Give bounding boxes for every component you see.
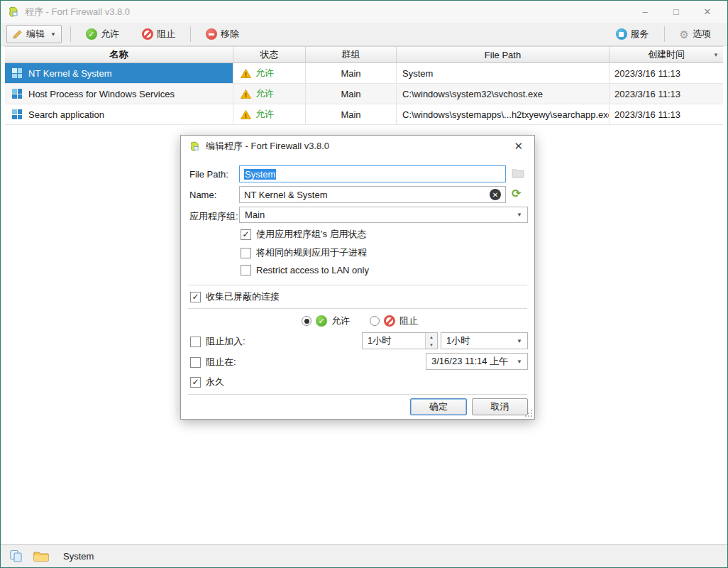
- block-at-datetime-picker[interactable]: 3/16/23 11:14 上午 ▼: [426, 353, 528, 370]
- status-text: 允许: [255, 67, 274, 80]
- edit-button[interactable]: 编辑 ▼: [6, 25, 62, 43]
- close-button[interactable]: ✕: [692, 2, 723, 22]
- ok-button[interactable]: 确定: [410, 398, 467, 415]
- separator: [188, 394, 527, 395]
- table-header: 名称 状态 群组 File Path 创建时间 ▼: [5, 46, 723, 63]
- lan-only-checkbox[interactable]: Restrict access to LAN only: [241, 265, 369, 275]
- block-icon: [142, 28, 153, 40]
- fort-firewall-window: 程序 - Fort Firewall v3.8.0 – □ ✕ 编辑 ▼ ✓ 允…: [0, 0, 728, 568]
- column-header-name[interactable]: 名称: [5, 47, 233, 62]
- windows-app-icon: [12, 68, 22, 78]
- column-header-status[interactable]: 状态: [233, 47, 306, 62]
- remove-label: 移除: [221, 28, 239, 40]
- allow-button[interactable]: ✓ 允许: [79, 26, 126, 43]
- created-cell: 2023/3/16 11:13: [610, 63, 723, 83]
- allow-check-icon: ✓: [316, 315, 327, 327]
- chevron-down-icon: ▼: [517, 338, 522, 344]
- sort-desc-icon: ▼: [713, 52, 719, 58]
- collect-blocked-checkbox[interactable]: ✓ 收集已屏蔽的连接: [190, 290, 280, 303]
- options-button[interactable]: ⚙ 选项: [673, 26, 717, 43]
- block-at-checkbox[interactable]: 阻止在:: [190, 356, 236, 368]
- refresh-icon[interactable]: ⟳: [512, 188, 521, 200]
- spin-down-icon: ▼: [426, 341, 437, 349]
- block-button[interactable]: 阻止: [136, 26, 182, 43]
- browse-folder-button[interactable]: [509, 165, 526, 181]
- folder-icon[interactable]: [33, 550, 49, 562]
- forever-checkbox[interactable]: ✓ 永久: [190, 376, 224, 388]
- checkbox-checked: ✓: [190, 292, 201, 302]
- spinner-arrows[interactable]: ▲▼: [425, 333, 437, 349]
- edit-label: 编辑: [26, 28, 45, 40]
- separator: [188, 285, 527, 285]
- table-row[interactable]: NT Kernel & System ! 允许 Main System 2023…: [5, 63, 723, 84]
- clear-icon[interactable]: ✕: [490, 189, 501, 200]
- warning-icon: !: [241, 110, 251, 119]
- allow-check-icon: ✓: [86, 28, 97, 40]
- file-path-label: File Path:: [189, 169, 228, 180]
- svg-text:!: !: [245, 71, 247, 78]
- windows-app-icon: [12, 89, 22, 99]
- child-process-checkbox[interactable]: 将相同的规则应用于子进程: [241, 246, 367, 259]
- toolbar-separator: [70, 26, 71, 42]
- cancel-button[interactable]: 取消: [472, 398, 528, 415]
- warning-icon: !: [241, 89, 251, 99]
- created-cell: 2023/3/16 11:13: [610, 84, 723, 104]
- toolbar: 编辑 ▼ ✓ 允许 阻止 移除 服务 ⚙ 选项: [1, 23, 727, 46]
- allow-label: 允许: [101, 28, 119, 40]
- group-cell: Main: [306, 84, 397, 104]
- column-header-created[interactable]: 创建时间 ▼: [610, 47, 723, 62]
- block-in-checkbox[interactable]: 阻止加入:: [190, 335, 246, 348]
- status-text: 允许: [255, 87, 274, 100]
- toolbar-separator: [190, 26, 191, 42]
- program-name: Host Process for Windows Services: [28, 89, 175, 99]
- block-in-spin-value: 1小时: [368, 334, 391, 347]
- name-input[interactable]: NT Kernel & System ✕: [239, 186, 506, 203]
- svg-text:!: !: [245, 92, 247, 99]
- block-icon: [384, 315, 395, 327]
- column-header-group[interactable]: 群组: [306, 47, 397, 62]
- program-name: Search application: [28, 109, 104, 120]
- block-radio[interactable]: 阻止: [370, 315, 418, 327]
- chevron-down-icon: ▼: [517, 212, 522, 218]
- app-group-select[interactable]: Main ▼: [239, 207, 528, 223]
- use-group-state-checkbox[interactable]: ✓ 使用应用程序组's 启用状态: [241, 228, 367, 241]
- resize-grip[interactable]: [524, 409, 533, 417]
- block-at-value: 3/16/23 11:14 上午: [431, 355, 508, 368]
- block-in-spinner[interactable]: 1小时 ▲▼: [362, 332, 438, 349]
- table-row[interactable]: Host Process for Windows Services ! 允许 M…: [5, 84, 723, 104]
- svg-text:!: !: [245, 112, 247, 119]
- pencil-icon: [12, 29, 23, 40]
- block-in-unit-select[interactable]: 1小时 ▼: [441, 332, 528, 349]
- windows-app-icon: [12, 109, 22, 119]
- dialog-title: 编辑程序 - Fort Firewall v3.8.0: [206, 140, 509, 153]
- toolbar-separator: [664, 26, 665, 42]
- checkbox-unchecked: [241, 265, 251, 275]
- folder-icon: [512, 168, 524, 178]
- minimize-button[interactable]: –: [629, 2, 661, 22]
- dialog-close-icon[interactable]: ✕: [509, 138, 527, 154]
- chevron-down-icon: ▼: [50, 31, 56, 38]
- copy-icon[interactable]: [9, 550, 23, 562]
- block-in-combo-value: 1小时: [446, 334, 470, 347]
- maximize-button[interactable]: □: [661, 2, 692, 22]
- file-path-input[interactable]: System: [239, 165, 506, 182]
- titlebar: 程序 - Fort Firewall v3.8.0 – □ ✕: [1, 1, 727, 23]
- allow-radio[interactable]: ✓ 允许: [302, 315, 350, 327]
- program-name: NT Kernel & System: [28, 68, 112, 79]
- remove-button[interactable]: 移除: [199, 26, 246, 43]
- app-group-label: 应用程序组:: [189, 210, 238, 223]
- group-cell: Main: [306, 104, 397, 124]
- checkbox-checked: ✓: [190, 377, 201, 388]
- table-row[interactable]: Search application ! 允许 Main C:\windows\…: [5, 104, 723, 125]
- status-text: 允许: [255, 108, 274, 121]
- services-button[interactable]: 服务: [610, 26, 656, 43]
- file-path-value: System: [244, 169, 276, 180]
- edit-program-dialog: 编辑程序 - Fort Firewall v3.8.0 ✕ File Path:…: [180, 135, 535, 420]
- column-header-filepath[interactable]: File Path: [397, 47, 610, 62]
- group-cell: Main: [306, 63, 397, 83]
- remove-icon: [206, 28, 217, 40]
- options-label: 选项: [693, 28, 711, 40]
- checkbox-unchecked: [190, 337, 201, 347]
- dialog-titlebar: 编辑程序 - Fort Firewall v3.8.0 ✕: [181, 136, 534, 157]
- separator: [188, 308, 527, 309]
